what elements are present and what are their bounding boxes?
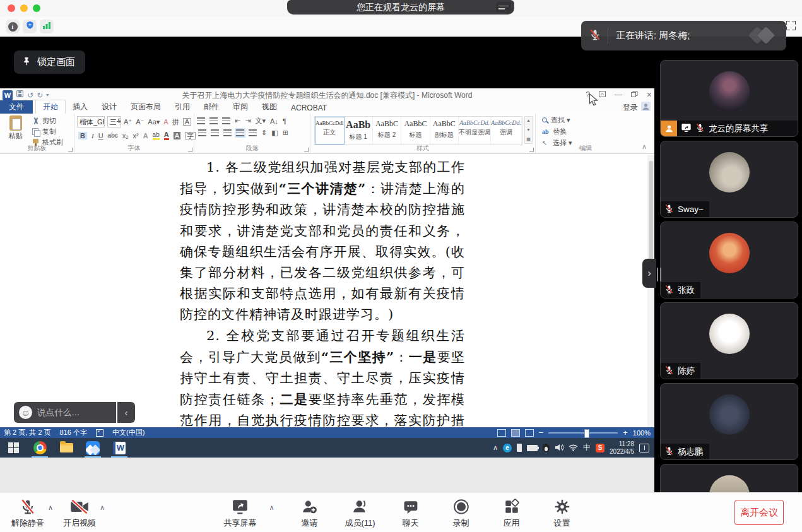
minimize-window-button[interactable] [20,4,28,12]
fullscreen-toggle-icon[interactable] [786,21,796,30]
start-video-options-chevron-icon[interactable]: ∧ [100,504,105,512]
participant-tile-Sway~[interactable]: Sway~ [660,141,798,218]
bullets-icon[interactable] [197,117,205,124]
minimize-icon[interactable]: — [615,90,622,99]
zoom-window-button[interactable] [33,4,40,12]
participant-tile-张政[interactable]: 张政 [660,222,798,299]
banner-menu-icon[interactable] [496,2,511,13]
bold-icon[interactable]: B [78,132,87,139]
taskbar-chrome-button[interactable] [27,438,53,458]
usb-icon[interactable] [517,444,522,452]
style-标题 1[interactable]: AaBb标题 1 [345,117,373,145]
meeting-info-button[interactable]: i [6,20,20,33]
participant-tile-龙云的屏幕共享[interactable]: 龙云的屏幕共享 [660,60,798,137]
paragraph-dialog-launcher-icon[interactable] [304,148,309,152]
chat-button[interactable]: 聊天 [394,497,427,529]
participant-tile-陈婷[interactable]: 陈婷 [660,302,798,379]
strikethrough-icon[interactable]: abc [108,132,118,139]
leave-meeting-button[interactable]: 离开会议 [734,500,784,525]
network-quality-button[interactable] [40,20,54,33]
restore-icon[interactable] [631,90,638,99]
help-icon[interactable]: ? [586,90,590,99]
sidebar-collapse-tab[interactable]: › [642,259,656,288]
align-center-icon[interactable] [211,129,219,136]
sogou-icon[interactable]: S [596,444,604,452]
dec-indent-icon[interactable]: ⇤ [235,117,240,125]
word-signin[interactable]: 登录 [623,102,651,113]
replace-button[interactable]: ab替换 [542,127,572,136]
language-indicator[interactable]: 中文(中国) [112,428,144,437]
word-tab-审阅[interactable]: 审阅 [226,100,255,114]
borders-icon[interactable]: ⊞ [283,129,288,137]
zoom-level[interactable]: 100% [633,429,651,437]
print-layout-icon[interactable] [511,429,520,437]
align-left-icon[interactable] [198,129,206,136]
close-icon[interactable]: × [647,90,652,100]
lock-view-button[interactable]: 锁定画面 [14,50,85,74]
style-gallery-scroll[interactable]: ▲▼▦ [524,116,533,144]
word-tab-引用[interactable]: 引用 [168,100,197,114]
invite-button[interactable]: 邀请 [293,497,326,529]
word-tab-ACROBAT[interactable]: ACROBAT [284,102,334,114]
share-screen-options-chevron-icon[interactable]: ∧ [269,504,274,512]
shrink-font-icon[interactable]: A⁻ [136,118,144,126]
word-tab-设计[interactable]: 设计 [95,100,124,114]
style-不明显强调[interactable]: AaBbCcDd.不明显强调 [459,117,491,145]
start-button[interactable] [0,438,27,458]
read-mode-icon[interactable] [497,429,506,437]
font-dialog-launcher-icon[interactable] [188,148,192,152]
record-button[interactable]: 录制 [445,497,478,529]
line-spacing-icon[interactable]: ⇕ [261,129,267,137]
style-强调[interactable]: AaBbCcDd.强调 [491,117,522,145]
copy-button[interactable]: 复制 [32,127,63,136]
unmute-button[interactable]: 解除静音 [11,497,44,529]
share-screen-button[interactable]: 共享屏幕 [223,497,256,529]
italic-icon[interactable]: I [91,132,94,139]
cut-button[interactable]: 剪切 [32,116,63,126]
participant-tile-杨志鹏[interactable]: 杨志鹏 [660,383,798,460]
chat-input[interactable]: ☺ 说点什么… [14,402,116,423]
volume-icon[interactable] [555,442,563,454]
start-video-button[interactable]: 开启视频 [63,497,96,529]
zoom-out-icon[interactable]: − [539,428,544,437]
zoom-in-icon[interactable]: + [623,428,628,437]
settings-button[interactable]: 设置 [546,497,579,529]
ime-indicator[interactable]: 中 [583,442,591,453]
close-window-button[interactable] [8,4,15,12]
penguin-app-icon[interactable] [543,444,550,452]
battery-icon[interactable] [527,445,538,451]
styles-dialog-launcher-icon[interactable] [529,148,534,152]
members-button[interactable]: 成员(11) [344,497,377,529]
style-正文[interactable]: AaBbCcDdl正文 [315,117,345,145]
word-tab-文件[interactable]: 文件 [0,100,33,114]
word-tab-插入[interactable]: 插入 [66,100,95,114]
zoom-slider-thumb[interactable] [584,429,589,438]
apps-button[interactable]: 应用 [495,497,528,529]
clipboard-dialog-launcher-icon[interactable] [68,148,73,152]
taskbar-meeting-button[interactable] [80,438,106,458]
superscript-icon[interactable]: x² [133,132,138,139]
page-indicator[interactable]: 第 2 页, 共 2 页 [4,428,51,437]
sidebar-resize-grip[interactable] [657,268,661,281]
style-标题[interactable]: AaBbC标题 [401,117,430,145]
word-count[interactable]: 816 个字 [60,428,87,437]
emoji-icon[interactable]: ☺ [19,406,32,419]
para-marks-icon[interactable]: ¶ [283,117,286,125]
action-center-icon[interactable] [639,444,649,452]
security-button[interactable] [23,20,37,33]
multilevel-list-icon[interactable] [222,117,230,124]
clear-format-icon[interactable]: A [163,118,168,126]
font-size-combobox[interactable]: 三号▾ [107,116,121,127]
word-document-area[interactable]: 1. 各二级党组织加强对基层党支部的工作指导，切实做到“三个讲清楚”：讲清楚上海… [0,155,654,427]
inc-indent-icon[interactable]: ⇥ [245,117,251,125]
zoom-slider[interactable] [548,432,618,434]
taskbar-clock[interactable]: 11:28 2022/4/5 [610,440,634,456]
numbering-icon[interactable] [209,117,218,124]
grow-font-icon[interactable]: A⁺ [124,118,132,126]
unmute-options-chevron-icon[interactable]: ∧ [48,504,53,512]
word-tab-视图[interactable]: 视图 [255,100,284,114]
web-layout-icon[interactable] [525,429,534,437]
text-effects-icon[interactable]: A [143,132,148,139]
chat-collapse-button[interactable]: ‹ [117,402,135,423]
underline-icon[interactable]: U [98,132,103,139]
